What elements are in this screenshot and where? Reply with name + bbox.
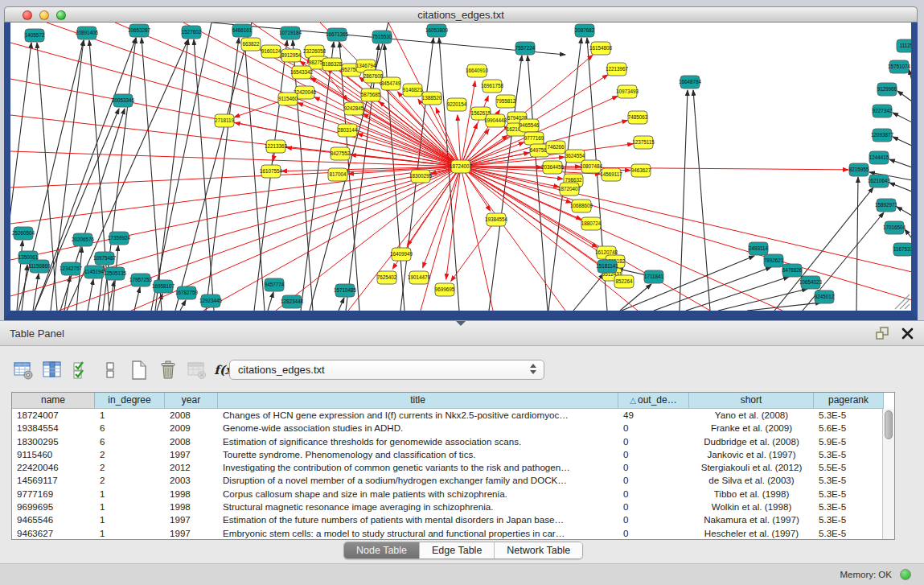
graph-node[interactable]: 9465546: [519, 119, 540, 132]
graph-node[interactable]: 12375115: [632, 136, 655, 149]
graph-node[interactable]: 17016504: [883, 221, 906, 234]
graph-node[interactable]: 18300295: [409, 170, 433, 183]
graph-edge[interactable]: [203, 167, 461, 311]
graph-node[interactable]: 12213363: [265, 140, 288, 153]
graph-node[interactable]: 8454749: [381, 77, 401, 90]
table-vertical-scrollbar[interactable]: [882, 409, 894, 539]
graph-node[interactable]: 19014479: [408, 271, 431, 284]
graph-node[interactable]: 15710485: [334, 284, 357, 297]
create-table-icon[interactable]: [127, 358, 151, 382]
graph-node[interactable]: 11125: [897, 39, 911, 52]
graph-node[interactable]: 1711841: [644, 270, 664, 283]
close-panel-icon[interactable]: [901, 327, 914, 340]
graph-node[interactable]: 5875685: [361, 89, 381, 101]
graph-node[interactable]: 8215955: [849, 163, 869, 176]
graph-node[interactable]: 15892971: [875, 199, 898, 212]
graph-node[interactable]: 8476826: [782, 264, 803, 277]
graph-edge[interactable]: [897, 91, 911, 101]
splitter-handle[interactable]: [456, 321, 466, 326]
tab-network-table[interactable]: Network Table: [495, 542, 582, 558]
graph-node[interactable]: 19384554: [485, 213, 508, 226]
graph-node[interactable]: 9160124: [261, 45, 281, 58]
graph-node[interactable]: 2087682: [575, 24, 595, 37]
graph-edge[interactable]: [900, 299, 910, 309]
graph-node[interactable]: 20053346: [112, 94, 135, 107]
graph-node[interactable]: 18724007: [450, 160, 473, 173]
graph-node[interactable]: 16671365: [326, 28, 349, 41]
graph-node[interactable]: 7955812: [496, 95, 516, 108]
column-header-in_degree[interactable]: in_degree: [95, 393, 165, 409]
graph-edge[interactable]: [206, 38, 239, 311]
graph-edge[interactable]: [33, 274, 39, 311]
graph-node[interactable]: 1388520: [422, 92, 442, 105]
graph-node[interactable]: 20364456: [541, 161, 565, 174]
graph-node[interactable]: 3624554: [565, 150, 585, 163]
graph-node[interactable]: 11156869: [28, 260, 51, 273]
graph-node[interactable]: 10653287: [128, 24, 151, 37]
network-canvas[interactable]: 1872400766382291601248912954232260589827…: [10, 23, 911, 311]
graph-node[interactable]: 16053809: [425, 24, 449, 37]
graph-edge[interactable]: [88, 279, 93, 311]
graph-node[interactable]: 1167531: [893, 243, 911, 256]
graph-node[interactable]: 1244415: [869, 151, 889, 164]
graph-node[interactable]: 20891406: [76, 27, 99, 39]
column-header-short[interactable]: short: [689, 393, 814, 409]
graph-node[interactable]: 19904448: [484, 114, 507, 127]
graph-node[interactable]: 7485063: [628, 111, 648, 124]
graph-node[interactable]: 10807484: [580, 160, 603, 173]
graph-edge[interactable]: [905, 304, 910, 309]
graph-edge[interactable]: [897, 207, 911, 216]
graph-edge[interactable]: [22, 265, 27, 311]
table-row[interactable]: 1938455462009Genome-wide association stu…: [12, 422, 894, 435]
graph-node[interactable]: 12923445: [199, 295, 223, 307]
select-columns-icon[interactable]: [69, 358, 93, 382]
graph-node[interactable]: 8912954: [281, 49, 302, 62]
graph-node[interactable]: 1405572: [25, 29, 45, 42]
column-header-out_de[interactable]: △out_de…: [618, 393, 689, 409]
graph-node[interactable]: 7892621: [764, 254, 784, 267]
graph-node[interactable]: 9115460: [278, 93, 298, 105]
graph-node[interactable]: 7557224: [515, 42, 536, 55]
graph-node[interactable]: 8186328: [322, 58, 343, 71]
graph-node[interactable]: 8427552: [331, 147, 351, 160]
graph-node[interactable]: 16107554: [260, 165, 283, 178]
graph-edge[interactable]: [142, 38, 162, 311]
memory-ok-indicator[interactable]: [900, 569, 911, 580]
table-row[interactable]: 969969511998Structural magnetic resonanc…: [12, 501, 894, 513]
graph-edge[interactable]: [461, 81, 475, 167]
table-row[interactable]: 911546021997Tourette syndrome. Phenomeno…: [12, 448, 894, 461]
table-row[interactable]: 1872400712008Changes of HCN gene express…: [12, 409, 894, 422]
graph-node[interactable]: 9777169: [524, 132, 544, 145]
graph-node[interactable]: 10654023: [799, 276, 823, 289]
graph-node[interactable]: 16543342: [290, 66, 314, 79]
graph-edge[interactable]: [151, 23, 211, 311]
graph-node[interactable]: 16154808: [589, 42, 613, 55]
table-row[interactable]: 946362711997Embryonic stem cells: a mode…: [12, 527, 894, 540]
graph-node[interactable]: 12213967: [606, 63, 629, 76]
graph-node[interactable]: 2718119: [215, 114, 235, 127]
graph-node[interactable]: 17957253: [129, 274, 153, 286]
graph-edge[interactable]: [461, 120, 627, 167]
delete-table-icon[interactable]: [156, 358, 180, 382]
graph-edge[interactable]: [10, 167, 461, 187]
graph-edge[interactable]: [889, 183, 911, 192]
column-header-name[interactable]: name: [12, 393, 95, 409]
table-settings-icon[interactable]: [11, 358, 35, 382]
graph-node[interactable]: 12823448: [281, 295, 304, 308]
graph-node[interactable]: 9245012: [815, 290, 835, 303]
table-row[interactable]: 1830029562008Estimation of significance …: [12, 435, 894, 448]
graph-node[interactable]: 16961758: [481, 80, 504, 93]
graph-edge[interactable]: [461, 167, 782, 311]
graph-node[interactable]: 12093877: [871, 129, 894, 142]
scrollbar-thumb[interactable]: [885, 410, 893, 439]
graph-node[interactable]: 9227342: [873, 105, 893, 117]
graph-node[interactable]: 10975487: [93, 252, 117, 265]
delete-column-disabled-icon[interactable]: [185, 358, 209, 382]
column-header-year[interactable]: year: [165, 393, 218, 409]
graph-node[interactable]: 7515530: [372, 31, 392, 43]
table-row[interactable]: 2242004622012Investigating the contribut…: [12, 461, 894, 474]
graph-node[interactable]: 9457774: [265, 278, 285, 291]
graph-edge[interactable]: [180, 300, 186, 311]
graph-node[interactable]: 15751074: [888, 60, 911, 73]
graph-node[interactable]: 16640910: [466, 64, 489, 77]
